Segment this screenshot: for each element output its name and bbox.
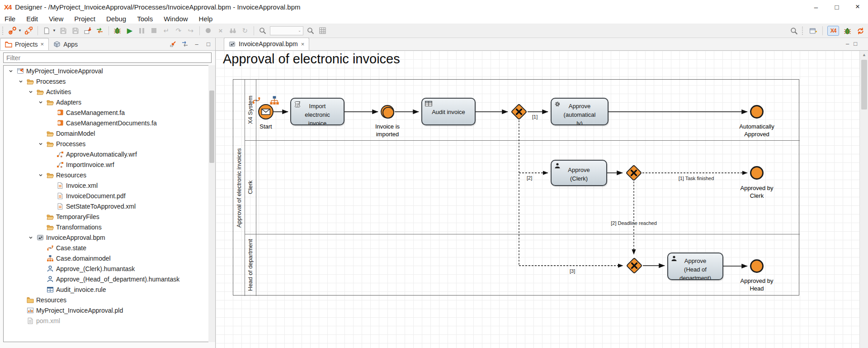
task-audit-invoice[interactable]: Audit invoice [421,98,476,125]
menu-file[interactable]: File [0,15,21,23]
pause-icon[interactable] [137,26,147,36]
editor-maximize-icon[interactable]: □ [854,40,857,47]
task-approve-head[interactable]: Approve(Head ofdepartment) [667,253,723,280]
x4-sync-icon[interactable] [855,26,865,36]
tab-apps[interactable]: Apps [49,38,82,50]
tree-item-approveautomatically-wrf[interactable]: ApproveAutomatically.wrf [4,149,211,159]
zoom-in-icon[interactable] [306,26,316,36]
panel-minimize-icon[interactable]: – [193,40,201,48]
tree-item-processes-sub[interactable]: Processes [4,138,211,149]
x4-perspective-button[interactable]: X4 [827,26,839,36]
tree-item-invoiceapproval-bpm[interactable]: InvoiceApproval.bpm [4,232,211,243]
head-approved-end-event[interactable] [750,259,764,273]
menu-project[interactable]: Project [69,15,101,23]
tree-scrollbar-thumb[interactable] [209,91,214,163]
collapse-all-icon[interactable] [169,40,177,48]
run-icon[interactable]: ▶ [125,26,135,36]
zoom-level-combo[interactable]: ⌄ [270,26,303,35]
menu-view[interactable]: View [43,15,69,23]
clerk-approved-end-event[interactable] [750,166,764,180]
menu-window[interactable]: Window [158,15,193,23]
tree-item-invoice-xml[interactable]: Invoice.xml [4,180,211,191]
panel-maximize-icon[interactable]: □ [204,40,212,48]
menu-debug[interactable]: Debug [101,15,132,23]
tab-projects[interactable]: Projects × [0,38,49,50]
grid-icon[interactable] [318,26,328,36]
task-import-invoice[interactable]: Importelectronicinvoice [290,98,344,125]
tree-item-pom-xml[interactable]: pom.xml [4,315,211,326]
tree-item-transformations[interactable]: Transformations [4,222,211,232]
chevron-down-icon[interactable] [37,100,44,105]
tree-item-domainmodel[interactable]: DomainModel [4,128,211,138]
debug-icon[interactable] [113,26,123,36]
chevron-down-icon[interactable] [37,142,44,146]
scroll-up-icon[interactable]: ▲ [860,51,868,59]
record-icon[interactable] [203,26,213,36]
tree-item-casemanagementdocuments-fa[interactable]: CaseManagementDocuments.fa [4,118,211,128]
task-approve-automatically[interactable]: Approve(automatically) [551,98,609,125]
disconnect-icon[interactable] [24,26,34,36]
tree-item-setstatetoapproved-xml[interactable]: SetStateToApproved.xml [4,201,211,211]
bpm-canvas[interactable]: Approval of electronic invoices Approval… [216,51,859,348]
sync-icon[interactable] [95,26,105,36]
tree-item-myproject[interactable]: MyProject_InvoiceApproval [4,66,211,76]
save-icon[interactable] [58,26,68,36]
invoice-imported-event[interactable] [381,105,394,119]
maximize-button[interactable]: □ [826,0,847,14]
terminate-icon[interactable]: × [216,26,226,36]
chevron-down-icon[interactable] [37,173,44,177]
canvas-scrollbar-thumb[interactable] [861,60,867,110]
new-file-dropdown-icon[interactable]: ▼ [52,29,56,33]
chevron-down-icon[interactable] [27,90,34,94]
tab-projects-close-icon[interactable]: × [41,41,44,48]
canvas-scrollbar[interactable]: ▲ [859,51,868,348]
connect-icon[interactable] [7,26,17,36]
binoculars-icon[interactable] [228,26,238,36]
connect-dropdown-icon[interactable]: ▼ [18,29,22,33]
tree-item-approve-head-humantask[interactable]: Approve_(Head_of_department).humantask [4,274,211,284]
tree-item-processes[interactable]: Processes [4,76,211,86]
zoom-out-icon[interactable] [258,26,268,36]
open-perspective-icon[interactable] [808,26,818,36]
tree-item-case-state[interactable]: Case.state [4,243,211,253]
resume-icon[interactable]: ↻ [240,26,250,36]
redo-icon[interactable]: ↪ [186,26,196,36]
tree-item-invoicedocument-pdf[interactable]: InvoiceDocument.pdf [4,191,211,201]
tree-item-approve-clerk-humantask[interactable]: Approve_(Clerk).humantask [4,263,211,274]
tree-item-casemanagement-fa[interactable]: CaseManagement.fa [4,107,211,118]
link-with-editor-icon[interactable] [181,40,189,48]
deploy-icon[interactable] [83,26,93,36]
clerk-gateway[interactable] [625,164,642,181]
tree-item-resources[interactable]: Resources [4,170,211,180]
auto-approved-end-event[interactable] [750,105,764,119]
tree-item-adapters[interactable]: Adapters [4,97,211,107]
tree-item-resources-root[interactable]: Resources [4,295,211,305]
tab-close-icon[interactable]: × [301,41,305,48]
stop-icon[interactable] [149,26,159,36]
split-gateway[interactable] [510,103,528,120]
chevron-down-icon[interactable] [7,69,14,73]
tree-item-case-domainmodel[interactable]: Case.domainmodel [4,253,211,263]
menu-edit[interactable]: Edit [21,15,43,23]
step-into-icon[interactable]: ↵ [161,26,171,36]
tree-item-audit-invoice-rule[interactable]: Audit_invoice.rule [4,284,211,295]
chevron-down-icon[interactable] [27,235,34,240]
minimize-button[interactable]: – [806,0,826,14]
menu-tools[interactable]: Tools [132,15,158,23]
new-file-icon[interactable] [42,26,52,36]
case-domainmodel-icon[interactable] [269,95,280,105]
close-button[interactable]: × [847,0,868,14]
case-state-icon[interactable] [252,96,261,105]
step-over-icon[interactable]: ↷ [174,26,184,36]
task-approve-clerk[interactable]: Approve(Clerk) [551,160,607,186]
menu-help[interactable]: Help [193,15,218,23]
tree-item-activities[interactable]: Activities [4,86,211,97]
debug-perspective-icon[interactable] [842,26,852,36]
merge-gateway[interactable] [626,257,643,274]
start-event[interactable] [258,104,274,119]
tab-invoiceapproval-bpm[interactable]: InvoiceApproval.bpm × [224,38,309,50]
search-icon[interactable] [789,26,799,36]
save-all-icon[interactable] [71,26,80,36]
tree-item-temporaryfiles[interactable]: TemporaryFiles [4,211,211,222]
tree-item-myproject-pld[interactable]: MyProject_InvoiceApproval.pld [4,305,211,315]
